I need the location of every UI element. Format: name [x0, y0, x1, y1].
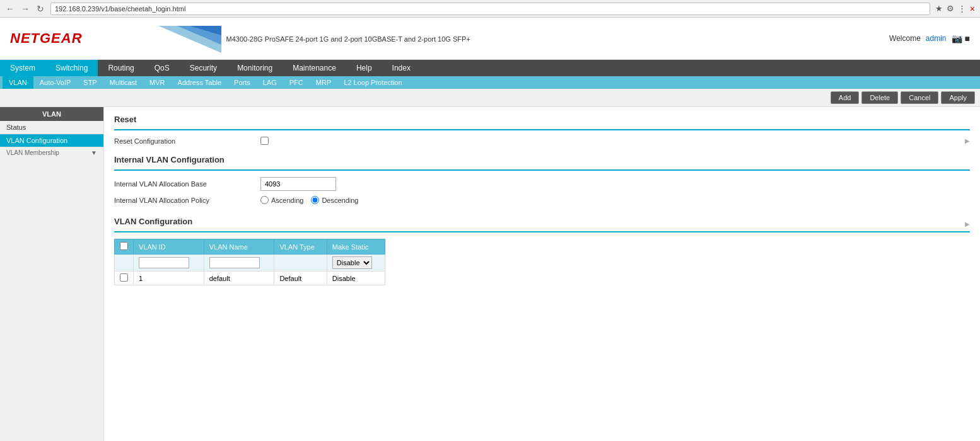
- sub-nav: VLAN Auto-VoIP STP Multicast MVR Address…: [0, 76, 980, 89]
- policy-radio-group: Ascending Descending: [260, 196, 358, 204]
- edit-vlan-name-input[interactable]: [209, 257, 260, 268]
- nav-item-routing[interactable]: Routing: [98, 60, 144, 76]
- user-link[interactable]: admin: [926, 34, 947, 43]
- sidebar-membership-label: VLAN Membership: [6, 149, 59, 156]
- sidebar-item-membership[interactable]: VLAN Membership ▼: [0, 147, 103, 158]
- sub-nav-mrp[interactable]: MRP: [310, 76, 337, 89]
- sidebar-item-status[interactable]: Status: [0, 121, 103, 134]
- descending-radio[interactable]: [311, 196, 319, 204]
- url-bar[interactable]: [50, 3, 930, 15]
- reset-section-title: Reset: [114, 115, 970, 124]
- header-logo-area: NETGEAR M4300-28G ProSAFE 24-port 1G and…: [10, 23, 470, 54]
- th-make-static: Make Static: [327, 239, 385, 255]
- apply-button[interactable]: Apply: [941, 91, 975, 104]
- vlan-table-body: Disable Enable 1 default: [115, 255, 385, 285]
- main-layout: VLAN Status VLAN Configuration VLAN Memb…: [0, 107, 980, 441]
- vlan-config-divider: [114, 231, 970, 232]
- edit-row-type-cell: [274, 255, 327, 272]
- row-1-name: default: [204, 272, 274, 285]
- back-button[interactable]: ←: [5, 4, 15, 14]
- edit-row-id-cell: [134, 255, 204, 272]
- header-icon-1[interactable]: 📷: [952, 33, 962, 43]
- descending-label: Descending: [322, 197, 358, 204]
- sub-nav-multicast[interactable]: Multicast: [103, 76, 143, 89]
- sub-nav-stp[interactable]: STP: [77, 76, 103, 89]
- header-icons: 📷 ■: [952, 33, 970, 43]
- cancel-button[interactable]: Cancel: [901, 91, 938, 104]
- browser-chrome: ← → ↻ ★ ⚙ ⋮ ×: [0, 0, 980, 18]
- refresh-button[interactable]: ↻: [35, 4, 45, 14]
- reset-config-label: Reset Configuration: [114, 137, 253, 145]
- internal-vlan-title: Internal VLAN Configuration: [114, 155, 970, 164]
- netgear-logo: NETGEAR: [10, 30, 83, 47]
- allocation-base-label: Internal VLAN Allocation Base: [114, 180, 253, 188]
- extension-icon[interactable]: ⚙: [947, 4, 954, 13]
- make-static-select[interactable]: Disable Enable: [332, 256, 372, 269]
- ascending-radio[interactable]: [260, 196, 269, 204]
- edit-vlan-id-input[interactable]: [139, 257, 189, 268]
- sub-nav-lag[interactable]: LAG: [257, 76, 283, 89]
- sub-nav-ports[interactable]: Ports: [228, 76, 257, 89]
- th-checkbox: [115, 239, 134, 255]
- allocation-policy-label: Internal VLAN Allocation Policy: [114, 197, 253, 204]
- row-1-type: Default: [274, 272, 327, 285]
- th-vlan-type: VLAN Type: [274, 239, 327, 255]
- nav-item-security[interactable]: Security: [180, 60, 227, 76]
- ascending-radio-label[interactable]: Ascending: [260, 196, 303, 204]
- nav-item-maintenance[interactable]: Maintenance: [283, 60, 346, 76]
- allocation-base-row: Internal VLAN Allocation Base: [114, 177, 970, 191]
- sub-nav-l2loop[interactable]: L2 Loop Protection: [337, 76, 408, 89]
- internal-vlan-section: Internal VLAN Configuration Internal VLA…: [114, 155, 970, 204]
- main-nav: System Switching Routing QoS Security Mo…: [0, 60, 980, 76]
- sub-nav-vlan[interactable]: VLAN: [3, 76, 33, 89]
- scroll-indicator-vlan: ▶: [965, 220, 970, 227]
- nav-item-qos[interactable]: QoS: [144, 60, 180, 76]
- edit-row-checkbox-cell: [115, 255, 134, 272]
- sidebar-chevron-icon: ▼: [91, 149, 97, 156]
- sidebar: VLAN Status VLAN Configuration VLAN Memb…: [0, 107, 104, 441]
- forward-button[interactable]: →: [20, 4, 30, 14]
- nav-item-help[interactable]: Help: [346, 60, 382, 76]
- delete-button[interactable]: Delete: [861, 91, 898, 104]
- select-all-checkbox[interactable]: [120, 242, 128, 250]
- sub-nav-autovoip[interactable]: Auto-VoIP: [33, 76, 78, 89]
- sub-nav-pfc[interactable]: PFC: [283, 76, 310, 89]
- model-info: M4300-28G ProSAFE 24-port 1G and 2-port …: [226, 35, 470, 43]
- edit-row-name-cell: [204, 255, 274, 272]
- nav-item-monitoring[interactable]: Monitoring: [227, 60, 283, 76]
- add-button[interactable]: Add: [831, 91, 860, 104]
- edit-row-static-cell: Disable Enable: [327, 255, 385, 272]
- nav-item-index[interactable]: Index: [382, 60, 421, 76]
- reset-section-divider: [114, 129, 970, 130]
- nav-item-system[interactable]: System: [0, 60, 45, 76]
- scroll-indicator-reset: ▶: [965, 137, 970, 144]
- sidebar-section-title: VLAN: [0, 107, 103, 121]
- sidebar-item-vlan-config[interactable]: VLAN Configuration: [0, 134, 103, 147]
- th-vlan-name: VLAN Name: [204, 239, 274, 255]
- ascending-label: Ascending: [271, 197, 303, 204]
- browser-icons: ★ ⚙ ⋮ ×: [935, 4, 975, 14]
- vlan-table-header-row: VLAN ID VLAN Name VLAN Type Make Static: [115, 239, 385, 255]
- close-icon[interactable]: ×: [970, 4, 975, 14]
- bookmark-icon[interactable]: ★: [935, 4, 943, 13]
- logo-triangle-graphic: [83, 23, 221, 54]
- row-checkbox-cell: [115, 272, 134, 285]
- descending-radio-label[interactable]: Descending: [311, 196, 358, 204]
- row-1-id: 1: [134, 272, 204, 285]
- logo-text: NETGEAR: [10, 30, 83, 47]
- vlan-edit-row: Disable Enable: [115, 255, 385, 272]
- row-1-checkbox[interactable]: [120, 273, 128, 282]
- nav-item-switching[interactable]: Switching: [45, 60, 98, 76]
- sub-nav-mvr[interactable]: MVR: [143, 76, 171, 89]
- sub-nav-address-table[interactable]: Address Table: [172, 76, 228, 89]
- allocation-base-input[interactable]: [260, 177, 336, 191]
- vlan-config-section: VLAN Configuration ▶ VLAN ID VLAN Name V…: [114, 217, 970, 285]
- reset-checkbox[interactable]: [260, 137, 269, 145]
- header-icon-2[interactable]: ■: [965, 33, 970, 43]
- menu-icon[interactable]: ⋮: [958, 4, 966, 13]
- reset-config-row: Reset Configuration ▶: [114, 137, 970, 145]
- app-header: NETGEAR M4300-28G ProSAFE 24-port 1G and…: [0, 18, 980, 60]
- vlan-config-title: VLAN Configuration: [114, 217, 192, 226]
- welcome-text: Welcome: [889, 34, 921, 43]
- vlan-table: VLAN ID VLAN Name VLAN Type Make Static: [114, 239, 385, 285]
